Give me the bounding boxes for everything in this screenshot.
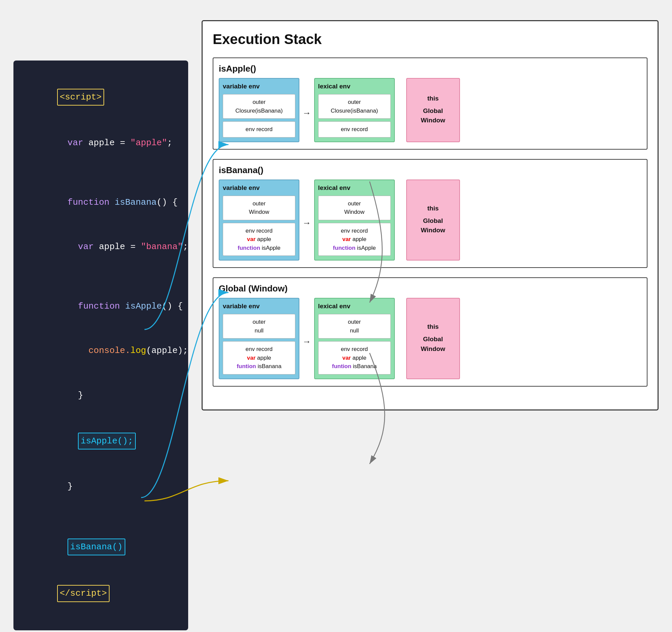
code-panel: <script> var apple = "apple"; function i… [14, 61, 188, 630]
isbanana-variable-env: variable env outerWindow env recordvar a… [219, 180, 299, 261]
isbanana-call-highlight: isBanana() [68, 539, 125, 555]
global-var-outer: outernull [223, 314, 295, 338]
code-line-4: function isBanana() { [26, 180, 176, 225]
frame-global-title: Global (Window) [219, 283, 642, 294]
global-lexical-env: lexical env outernull env recordvar appl… [314, 298, 395, 379]
code-line-blank1 [26, 165, 176, 180]
isapple-var-outer: outerClosure(isBanana) [223, 94, 295, 119]
global-var-record: env recordvar applefuntion isBanana [223, 341, 295, 374]
global-this-value: GlobalWindow [421, 334, 445, 354]
global-lex-record: env recordvar applefuntion isBanana [318, 341, 391, 374]
code-line-11: } [26, 464, 176, 509]
main-container: <script> var apple = "apple"; function i… [0, 0, 672, 632]
code-line-1: <script> [26, 74, 176, 121]
code-line-blank3 [26, 509, 176, 523]
code-line-14: </script> [26, 570, 176, 617]
script-close-tag: </script> [57, 585, 110, 602]
isapple-var-to-lex-arrow: → [304, 85, 309, 142]
exec-stack-title: Execution Stack [213, 31, 647, 47]
code-line-blank2 [26, 269, 176, 284]
code-line-8: console.log(apple); [26, 328, 176, 373]
code-line-7: function isApple() { [26, 284, 176, 329]
global-var-to-lex-arrow: → [304, 305, 309, 379]
isapple-lex-record: env record [318, 121, 391, 138]
isbanana-lex-record: env recordvar applefunction isApple [318, 223, 391, 256]
execution-panel: Execution Stack isApple() variable env o… [201, 20, 658, 411]
isapple-this-value: GlobalWindow [421, 106, 445, 125]
global-variable-env: variable env outernull env recordvar app… [219, 298, 299, 379]
frame-global: Global (Window) variable env outernull e… [213, 277, 647, 387]
frame-isbanana-title: isBanana() [219, 165, 642, 175]
isapple-variable-env: variable env outerClosure(isBanana) env … [219, 78, 299, 142]
frame-isbanana-body: variable env outerWindow env recordvar a… [219, 180, 642, 261]
frame-isbanana: isBanana() variable env outerWindow env … [213, 159, 647, 268]
isbanana-var-outer: outerWindow [223, 196, 295, 220]
script-open-tag: <script> [57, 89, 104, 106]
code-line-13: isBanana() [26, 524, 176, 570]
frame-isapple: isApple() variable env outerClosure(isBa… [213, 57, 647, 149]
isapple-call-highlight: isApple(); [78, 432, 136, 449]
code-line-2: var apple = "apple"; [26, 121, 176, 165]
isapple-lex-outer: outerClosure(isBanana) [318, 94, 391, 119]
isbanana-lexical-env: lexical env outerWindow env recordvar ap… [314, 180, 395, 261]
isbanana-var-record: env recordvar applefunction isApple [223, 223, 295, 256]
code-line-10: isApple(); [26, 418, 176, 464]
frame-isapple-title: isApple() [219, 64, 642, 74]
code-line-5: var apple = "banana"; [26, 225, 176, 269]
isbanana-var-to-lex-arrow: → [304, 186, 309, 261]
frame-isapple-body: variable env outerClosure(isBanana) env … [219, 78, 642, 142]
code-line-9: } [26, 373, 176, 418]
isbanana-this-value: GlobalWindow [421, 216, 445, 235]
isapple-lexical-env: lexical env outerClosure(isBanana) env r… [314, 78, 395, 142]
isbanana-this: this GlobalWindow [406, 180, 460, 261]
frame-global-body: variable env outernull env recordvar app… [219, 298, 642, 379]
global-lex-outer: outernull [318, 314, 391, 338]
isapple-var-record: env record [223, 121, 295, 138]
isapple-this: this GlobalWindow [406, 78, 460, 142]
global-this: this GlobalWindow [406, 298, 460, 379]
isbanana-lex-outer: outerWindow [318, 196, 391, 220]
